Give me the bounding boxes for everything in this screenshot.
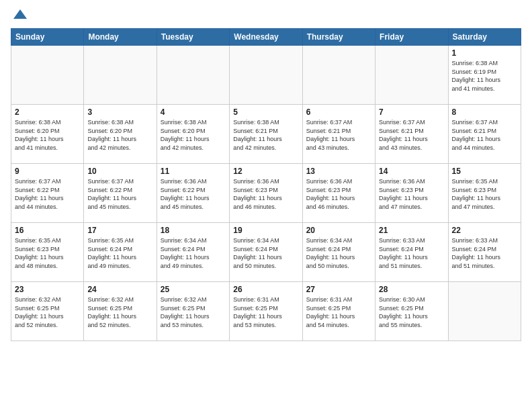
col-header-sunday: Sunday xyxy=(11,29,84,46)
calendar-cell: 21Sunrise: 6:33 AM Sunset: 6:24 PM Dayli… xyxy=(375,223,448,282)
calendar-cell: 22Sunrise: 6:33 AM Sunset: 6:24 PM Dayli… xyxy=(448,223,521,282)
day-number: 23 xyxy=(15,285,80,294)
day-info: Sunrise: 6:31 AM Sunset: 6:25 PM Dayligh… xyxy=(306,295,371,329)
col-header-friday: Friday xyxy=(375,29,448,46)
day-number: 24 xyxy=(87,285,152,294)
calendar-cell: 8Sunrise: 6:37 AM Sunset: 6:21 PM Daylig… xyxy=(448,105,521,164)
calendar-cell: 12Sunrise: 6:36 AM Sunset: 6:23 PM Dayli… xyxy=(230,164,302,223)
day-info: Sunrise: 6:36 AM Sunset: 6:22 PM Dayligh… xyxy=(161,177,226,211)
calendar-cell xyxy=(157,46,229,105)
day-number: 11 xyxy=(161,167,226,176)
day-info: Sunrise: 6:38 AM Sunset: 6:20 PM Dayligh… xyxy=(87,118,152,152)
day-info: Sunrise: 6:37 AM Sunset: 6:22 PM Dayligh… xyxy=(87,177,152,211)
calendar-cell: 27Sunrise: 6:31 AM Sunset: 6:25 PM Dayli… xyxy=(302,282,375,341)
calendar-cell: 11Sunrise: 6:36 AM Sunset: 6:22 PM Dayli… xyxy=(157,164,229,223)
calendar-cell: 3Sunrise: 6:38 AM Sunset: 6:20 PM Daylig… xyxy=(84,105,157,164)
svg-marker-0 xyxy=(13,9,27,19)
calendar-week-row: 16Sunrise: 6:35 AM Sunset: 6:23 PM Dayli… xyxy=(11,223,521,282)
day-number: 26 xyxy=(233,285,298,294)
calendar-cell xyxy=(448,282,521,341)
day-info: Sunrise: 6:34 AM Sunset: 6:24 PM Dayligh… xyxy=(233,236,298,270)
calendar-cell: 5Sunrise: 6:38 AM Sunset: 6:21 PM Daylig… xyxy=(230,105,302,164)
calendar-cell: 7Sunrise: 6:37 AM Sunset: 6:21 PM Daylig… xyxy=(375,105,448,164)
day-number: 13 xyxy=(306,167,371,176)
col-header-monday: Monday xyxy=(84,29,157,46)
header xyxy=(11,7,521,23)
calendar-cell xyxy=(11,46,84,105)
day-number: 8 xyxy=(452,107,517,117)
calendar-cell xyxy=(230,46,302,105)
calendar-cell xyxy=(302,46,375,105)
calendar-cell: 2Sunrise: 6:38 AM Sunset: 6:20 PM Daylig… xyxy=(11,105,84,164)
day-info: Sunrise: 6:33 AM Sunset: 6:24 PM Dayligh… xyxy=(379,236,444,270)
day-number: 7 xyxy=(379,107,444,117)
calendar-cell: 1Sunrise: 6:38 AM Sunset: 6:19 PM Daylig… xyxy=(448,46,521,105)
day-info: Sunrise: 6:38 AM Sunset: 6:20 PM Dayligh… xyxy=(15,118,80,152)
day-info: Sunrise: 6:34 AM Sunset: 6:24 PM Dayligh… xyxy=(161,236,226,270)
day-number: 22 xyxy=(452,226,517,235)
day-info: Sunrise: 6:37 AM Sunset: 6:21 PM Dayligh… xyxy=(452,118,517,152)
col-header-tuesday: Tuesday xyxy=(157,29,229,46)
calendar-cell xyxy=(375,46,448,105)
calendar-cell: 6Sunrise: 6:37 AM Sunset: 6:21 PM Daylig… xyxy=(302,105,375,164)
day-info: Sunrise: 6:36 AM Sunset: 6:23 PM Dayligh… xyxy=(233,177,298,211)
day-number: 19 xyxy=(233,226,298,235)
day-info: Sunrise: 6:37 AM Sunset: 6:22 PM Dayligh… xyxy=(15,177,80,211)
calendar-week-row: 23Sunrise: 6:32 AM Sunset: 6:25 PM Dayli… xyxy=(11,282,521,341)
day-number: 5 xyxy=(233,107,298,117)
calendar-cell: 17Sunrise: 6:35 AM Sunset: 6:24 PM Dayli… xyxy=(84,223,157,282)
calendar-cell: 16Sunrise: 6:35 AM Sunset: 6:23 PM Dayli… xyxy=(11,223,84,282)
day-info: Sunrise: 6:37 AM Sunset: 6:21 PM Dayligh… xyxy=(306,118,371,152)
col-header-thursday: Thursday xyxy=(302,29,375,46)
col-header-saturday: Saturday xyxy=(448,29,521,46)
day-number: 17 xyxy=(87,226,152,235)
calendar-cell: 9Sunrise: 6:37 AM Sunset: 6:22 PM Daylig… xyxy=(11,164,84,223)
day-number: 14 xyxy=(379,167,444,176)
calendar-cell: 19Sunrise: 6:34 AM Sunset: 6:24 PM Dayli… xyxy=(230,223,302,282)
calendar-cell: 10Sunrise: 6:37 AM Sunset: 6:22 PM Dayli… xyxy=(84,164,157,223)
day-number: 16 xyxy=(15,226,80,235)
day-info: Sunrise: 6:35 AM Sunset: 6:23 PM Dayligh… xyxy=(15,236,80,270)
day-number: 3 xyxy=(87,107,152,117)
day-number: 1 xyxy=(452,48,517,58)
day-info: Sunrise: 6:32 AM Sunset: 6:25 PM Dayligh… xyxy=(87,295,152,329)
day-info: Sunrise: 6:34 AM Sunset: 6:24 PM Dayligh… xyxy=(306,236,371,270)
calendar-cell: 18Sunrise: 6:34 AM Sunset: 6:24 PM Dayli… xyxy=(157,223,229,282)
logo xyxy=(11,7,28,23)
day-info: Sunrise: 6:37 AM Sunset: 6:21 PM Dayligh… xyxy=(379,118,444,152)
page: SundayMondayTuesdayWednesdayThursdayFrid… xyxy=(0,0,532,411)
day-info: Sunrise: 6:35 AM Sunset: 6:24 PM Dayligh… xyxy=(87,236,152,270)
calendar-cell: 15Sunrise: 6:35 AM Sunset: 6:23 PM Dayli… xyxy=(448,164,521,223)
calendar-cell: 14Sunrise: 6:36 AM Sunset: 6:23 PM Dayli… xyxy=(375,164,448,223)
day-number: 18 xyxy=(161,226,226,235)
day-info: Sunrise: 6:32 AM Sunset: 6:25 PM Dayligh… xyxy=(15,295,80,329)
calendar-cell: 13Sunrise: 6:36 AM Sunset: 6:23 PM Dayli… xyxy=(302,164,375,223)
calendar-cell: 4Sunrise: 6:38 AM Sunset: 6:20 PM Daylig… xyxy=(157,105,229,164)
day-info: Sunrise: 6:38 AM Sunset: 6:19 PM Dayligh… xyxy=(452,59,517,93)
day-number: 25 xyxy=(161,285,226,294)
calendar-cell: 26Sunrise: 6:31 AM Sunset: 6:25 PM Dayli… xyxy=(230,282,302,341)
logo-icon xyxy=(12,7,28,23)
calendar-week-row: 2Sunrise: 6:38 AM Sunset: 6:20 PM Daylig… xyxy=(11,105,521,164)
day-info: Sunrise: 6:33 AM Sunset: 6:24 PM Dayligh… xyxy=(452,236,517,270)
day-number: 27 xyxy=(306,285,371,294)
calendar-header-row: SundayMondayTuesdayWednesdayThursdayFrid… xyxy=(11,29,521,46)
day-number: 12 xyxy=(233,167,298,176)
day-number: 10 xyxy=(87,167,152,176)
day-number: 28 xyxy=(379,285,444,294)
calendar-week-row: 1Sunrise: 6:38 AM Sunset: 6:19 PM Daylig… xyxy=(11,46,521,105)
calendar-cell: 23Sunrise: 6:32 AM Sunset: 6:25 PM Dayli… xyxy=(11,282,84,341)
day-info: Sunrise: 6:30 AM Sunset: 6:25 PM Dayligh… xyxy=(379,295,444,329)
calendar-cell: 24Sunrise: 6:32 AM Sunset: 6:25 PM Dayli… xyxy=(84,282,157,341)
calendar-cell: 25Sunrise: 6:32 AM Sunset: 6:25 PM Dayli… xyxy=(157,282,229,341)
day-info: Sunrise: 6:35 AM Sunset: 6:23 PM Dayligh… xyxy=(452,177,517,211)
calendar-cell: 20Sunrise: 6:34 AM Sunset: 6:24 PM Dayli… xyxy=(302,223,375,282)
day-info: Sunrise: 6:38 AM Sunset: 6:21 PM Dayligh… xyxy=(233,118,298,152)
calendar-table: SundayMondayTuesdayWednesdayThursdayFrid… xyxy=(11,28,521,341)
day-info: Sunrise: 6:36 AM Sunset: 6:23 PM Dayligh… xyxy=(306,177,371,211)
col-header-wednesday: Wednesday xyxy=(230,29,302,46)
calendar-cell xyxy=(84,46,157,105)
day-info: Sunrise: 6:32 AM Sunset: 6:25 PM Dayligh… xyxy=(161,295,226,329)
day-number: 21 xyxy=(379,226,444,235)
day-info: Sunrise: 6:38 AM Sunset: 6:20 PM Dayligh… xyxy=(161,118,226,152)
